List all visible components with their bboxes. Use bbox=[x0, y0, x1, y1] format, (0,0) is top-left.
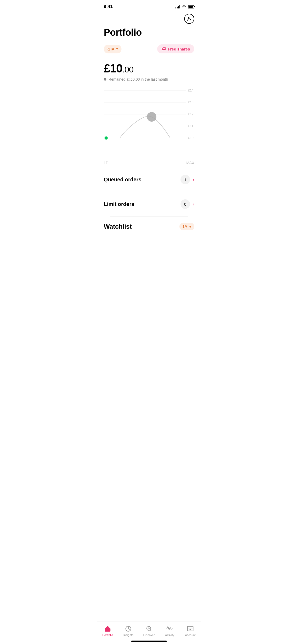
svg-text:£13: £13 bbox=[188, 100, 193, 104]
timeframe-label: 1M bbox=[183, 224, 188, 229]
limit-orders-right: 0 › bbox=[180, 199, 194, 209]
free-shares-button[interactable]: 🏷 Free shares bbox=[157, 44, 194, 53]
svg-point-6 bbox=[105, 136, 108, 140]
profile-icon bbox=[187, 16, 192, 21]
free-shares-label: Free shares bbox=[168, 47, 190, 51]
divider-1 bbox=[110, 167, 188, 167]
value-decimals: .00 bbox=[122, 65, 133, 74]
queued-orders-chevron-icon: › bbox=[193, 177, 194, 182]
page-title: Portfolio bbox=[97, 25, 201, 42]
chevron-down-icon: ▾ bbox=[116, 47, 118, 51]
limit-orders-chevron-icon: › bbox=[193, 201, 194, 207]
queued-orders-right: 1 › bbox=[180, 175, 194, 184]
portfolio-change: Remained at £0.00 in the last month bbox=[104, 77, 194, 81]
battery-icon bbox=[188, 5, 194, 8]
status-icons bbox=[175, 5, 194, 8]
profile-button[interactable] bbox=[184, 14, 194, 24]
time-label-1d[interactable]: 1D bbox=[104, 161, 109, 165]
divider-3 bbox=[110, 216, 188, 217]
header-area bbox=[97, 12, 201, 25]
watchlist-header: Watchlist 1M ▾ bbox=[104, 223, 194, 230]
svg-text:£12: £12 bbox=[188, 112, 193, 116]
queued-orders-badge: 1 bbox=[180, 175, 190, 184]
orders-section: Queued orders 1 › Limit orders 0 › bbox=[97, 167, 201, 217]
portfolio-value-section: £10.00 Remained at £0.00 in the last mon… bbox=[97, 59, 201, 84]
currency-symbol: £ bbox=[104, 62, 110, 75]
account-row: GIA ▾ 🏷 Free shares bbox=[97, 42, 201, 59]
timeframe-chevron-icon: ▾ bbox=[189, 224, 191, 229]
timeframe-selector[interactable]: 1M ▾ bbox=[179, 223, 194, 230]
time-label-max[interactable]: MAX bbox=[186, 161, 194, 165]
change-text: Remained at £0.00 in the last month bbox=[109, 77, 168, 81]
svg-text:£14: £14 bbox=[188, 89, 193, 92]
watchlist-section: Watchlist 1M ▾ bbox=[97, 219, 201, 230]
limit-orders-row[interactable]: Limit orders 0 › bbox=[104, 194, 194, 214]
divider-2 bbox=[110, 192, 188, 192]
wifi-icon bbox=[182, 5, 186, 8]
svg-point-7 bbox=[147, 112, 156, 122]
status-bar: 9:41 bbox=[97, 0, 201, 12]
watchlist-title: Watchlist bbox=[104, 223, 132, 230]
queued-orders-title: Queued orders bbox=[104, 177, 141, 183]
portfolio-chart: £14 £13 £12 £11 £10 bbox=[104, 88, 194, 146]
gia-selector[interactable]: GIA ▾ bbox=[104, 45, 121, 53]
svg-text:£10: £10 bbox=[188, 136, 193, 140]
tag-icon: 🏷 bbox=[161, 47, 166, 51]
svg-point-0 bbox=[188, 17, 190, 19]
chart-area[interactable]: £14 £13 £12 £11 £10 bbox=[97, 88, 201, 157]
portfolio-value: £10.00 bbox=[104, 62, 194, 75]
limit-orders-badge: 0 bbox=[180, 199, 190, 209]
queued-orders-row[interactable]: Queued orders 1 › bbox=[104, 169, 194, 190]
gia-label: GIA bbox=[107, 47, 115, 51]
limit-orders-title: Limit orders bbox=[104, 201, 134, 207]
change-indicator-dot bbox=[104, 78, 106, 81]
signal-icon bbox=[175, 5, 180, 8]
value-whole: 10 bbox=[110, 62, 122, 75]
chart-time-labels[interactable]: 1D MAX bbox=[97, 159, 201, 165]
svg-text:£11: £11 bbox=[188, 124, 193, 128]
status-time: 9:41 bbox=[104, 4, 113, 9]
